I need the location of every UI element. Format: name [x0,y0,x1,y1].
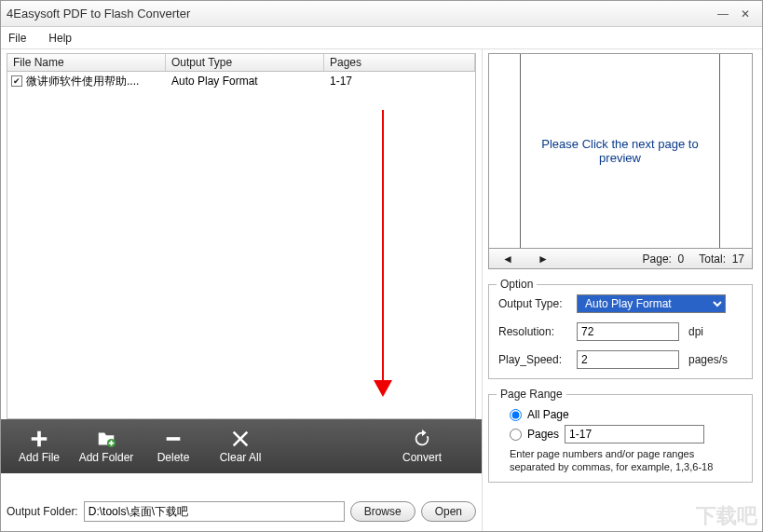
page-range-legend: Page Range [497,388,566,401]
main-toolbar: Add File Add Folder Delete Clear All Con… [1,419,482,473]
output-folder-input[interactable] [84,501,345,522]
play-speed-unit: pages/s [688,353,728,366]
preview-left-margin [489,54,521,248]
total-value: 17 [732,252,744,266]
preview-right-margin [720,54,752,248]
menu-help[interactable]: Help [48,32,72,45]
refresh-icon [412,429,432,449]
preview-navbar: ◄ ► Page: 0 Total: 17 [488,249,753,269]
output-folder-label: Output Folder: [7,505,78,518]
app-window: 4Easysoft PDF to Flash Converter — ✕ Fil… [0,0,763,532]
page-range-hint: Enter page numbers and/or page ranges se… [510,447,743,474]
browse-button[interactable]: Browse [350,501,416,522]
cell-pages: 1-17 [324,75,475,88]
col-output-type[interactable]: Output Type [166,54,324,71]
cell-output-type: Auto Play Format [166,75,324,88]
titlebar: 4Easysoft PDF to Flash Converter — ✕ [1,1,762,27]
page-value: 0 [678,252,685,266]
minus-icon [163,429,184,449]
left-panel: File Name Output Type Pages ✔ 微讲师软件使用帮助.… [1,49,483,531]
preview-message: Please Click the next page to preview [521,137,719,165]
content: File Name Output Type Pages ✔ 微讲师软件使用帮助.… [1,49,762,531]
resolution-label: Resolution: [498,325,571,338]
clear-all-label: Clear All [220,451,262,464]
close-button[interactable]: ✕ [734,6,756,22]
col-pages[interactable]: Pages [324,54,475,71]
menubar: File Help [1,27,762,49]
page-label: Page: [643,252,672,266]
resolution-input[interactable] [577,322,679,341]
table-header: File Name Output Type Pages [7,53,476,72]
delete-label: Delete [157,451,190,464]
clear-all-button[interactable]: Clear All [210,422,271,471]
delete-button[interactable]: Delete [143,422,204,471]
prev-page-button[interactable]: ◄ [497,252,519,266]
option-legend: Option [497,278,537,291]
convert-button[interactable]: Convert [387,422,457,471]
x-icon [230,429,251,449]
option-group: Option Output Type: Auto Play Format Res… [488,284,753,379]
add-file-button[interactable]: Add File [8,422,70,471]
col-filename[interactable]: File Name [7,54,166,71]
output-type-label: Output Type: [498,297,571,310]
preview-center: Please Click the next page to preview [521,54,720,248]
preview-area[interactable]: Please Click the next page to preview [488,53,753,249]
play-speed-label: Play_Speed: [498,353,571,366]
page-range-group: Page Range All Page Pages Enter page num… [488,394,753,483]
total-label: Total: [699,252,726,266]
row-checkbox[interactable]: ✔ [11,75,22,87]
table-row[interactable]: ✔ 微讲师软件使用帮助.... Auto Play Format 1-17 [7,72,475,90]
add-file-label: Add File [19,451,60,464]
svg-rect-1 [167,437,181,441]
all-page-radio[interactable] [510,409,522,421]
add-folder-label: Add Folder [79,451,134,464]
add-folder-button[interactable]: Add Folder [75,422,137,471]
convert-label: Convert [402,451,442,464]
output-type-select[interactable]: Auto Play Format [577,294,726,313]
minimize-button[interactable]: — [712,6,734,22]
resolution-unit: dpi [688,325,703,338]
all-page-label: All Page [527,408,569,421]
next-page-button[interactable]: ► [532,252,554,266]
window-title: 4Easysoft PDF to Flash Converter [7,7,712,20]
file-list[interactable]: ✔ 微讲师软件使用帮助.... Auto Play Format 1-17 [7,72,476,419]
menu-file[interactable]: File [8,32,26,45]
pages-label: Pages [527,428,559,441]
cell-filename: 微讲师软件使用帮助.... [26,74,139,89]
open-button[interactable]: Open [421,501,476,522]
output-folder-row: Output Folder: Browse Open [7,501,476,522]
pages-radio[interactable] [510,429,522,441]
pages-input[interactable] [565,425,704,443]
play-speed-input[interactable] [577,350,679,369]
page-info: Page: 0 Total: 17 [643,252,744,266]
plus-icon [29,429,49,449]
right-panel: Please Click the next page to preview ◄ … [483,49,762,531]
folder-plus-icon [96,429,116,449]
